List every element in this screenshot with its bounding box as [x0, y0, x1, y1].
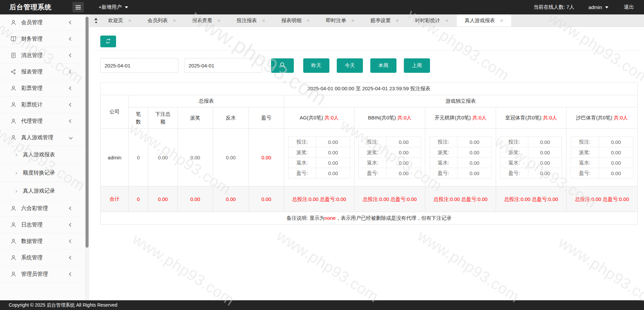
chevron-left-icon: [69, 119, 72, 123]
game-detail-cell: 投注:0.00 派奖:0.00 返水:0.00 盈亏:0.00: [496, 129, 567, 187]
share-icon: [10, 68, 17, 75]
date-from-input[interactable]: [100, 58, 178, 73]
close-icon[interactable]: ×: [128, 18, 131, 23]
game-column-header: 皇冠体育(共0笔) 共:0人: [496, 107, 567, 129]
table-group-header-row: 公司 总报表 游戏独立报表: [101, 95, 638, 107]
refresh-button[interactable]: [100, 36, 116, 47]
chevron-left-icon: [69, 256, 72, 259]
chevron-left-icon: [69, 272, 72, 276]
summary-game-cell: 总投注:0.00 总盈亏:0.00: [355, 187, 425, 212]
filter-toolbar: 昨天 今天 本周 上周: [100, 58, 644, 73]
user-icon: [10, 101, 17, 108]
user-icon: [10, 134, 17, 141]
sidebar-item-lottery-stats[interactable]: 彩票统计: [0, 97, 85, 113]
sidebar-subitem-live-game-records[interactable]: 真人游戏记录: [0, 182, 85, 200]
username-label: admin: [588, 4, 602, 10]
profit-header: 盈亏: [249, 107, 284, 129]
main-area: 欢迎页× 会员列表× 报表查看× 投注报表× 报表明细× 即时注单× 赔率设置×…: [89, 14, 644, 300]
tab-odds-settings[interactable]: 赔率设置×: [363, 14, 407, 27]
rebate-header: 反水: [213, 107, 249, 129]
chevron-left-icon: [69, 53, 72, 57]
table-caption-row: 2025-04-01 00:00:00 至 2025-04-01 23:59:5…: [101, 83, 638, 95]
close-icon[interactable]: ×: [307, 18, 310, 23]
tab-live-bets[interactable]: 即时注单×: [318, 14, 363, 27]
sidebar-item-lottery-mgmt[interactable]: 彩票管理: [0, 80, 85, 97]
game-detail-cell: 投注:0.00 派奖:0.00 返水:0.00 盈亏:0.00: [425, 129, 496, 187]
sidebar-item-agent-mgmt[interactable]: 代理管理: [0, 113, 85, 130]
bet-report-table: 2025-04-01 00:00:00 至 2025-04-01 23:59:5…: [100, 82, 638, 225]
chevron-left-icon: [69, 70, 72, 73]
game-column-header: 开元棋牌(共0笔) 共:0人: [425, 107, 496, 129]
tab-member-list[interactable]: 会员列表×: [140, 14, 184, 27]
player-count-badge: 共:0人: [543, 115, 557, 120]
user-menu-dropdown[interactable]: admin: [588, 4, 608, 10]
hamburger-menu-button[interactable]: [72, 2, 84, 12]
report-caption: 2025-04-01 00:00:00 至 2025-04-01 23:59:5…: [101, 83, 638, 95]
app-title: 后台管理系统: [9, 3, 52, 12]
sidebar-item-message-mgmt[interactable]: 消息管理: [0, 47, 85, 64]
summary-amount-cell: 0.00: [148, 187, 178, 212]
sidebar-subitem-live-game-report[interactable]: 真人游戏报表: [0, 146, 85, 164]
top-bar: 后台管理系统 +新增用户 当前在线人数: 7人 admin 退出: [0, 0, 644, 14]
bets-count-cell: 0: [129, 129, 148, 187]
close-icon[interactable]: ×: [396, 18, 399, 23]
company-cell: admin: [101, 129, 129, 187]
online-count-label: 当前在线人数: 7人: [533, 4, 574, 10]
tab-ssc-stats[interactable]: 时时彩统计×: [407, 14, 457, 27]
sidebar-item-admin-mgmt[interactable]: 管理员管理: [0, 266, 85, 282]
caret-down-icon: [605, 6, 608, 8]
total-report-group-header: 总报表: [129, 95, 284, 107]
summary-bets-cell: 0: [129, 187, 148, 212]
sidebar-item-system-mgmt[interactable]: 系统管理: [0, 250, 85, 266]
sidebar-item-report-mgmt[interactable]: 报表管理: [0, 64, 85, 80]
add-user-dropdown[interactable]: +新增用户: [99, 4, 128, 10]
chevron-right-icon: [14, 153, 17, 156]
user-icon: [10, 271, 17, 277]
summary-game-cell: 总投注:0.00 总盈亏:0.00: [425, 187, 496, 212]
sidebar-item-live-game-mgmt[interactable]: 真人游戏管理: [0, 130, 85, 146]
player-count-badge: 共:0人: [397, 115, 412, 120]
tab-bet-report[interactable]: 投注报表×: [229, 14, 273, 27]
sidebar-item-member-mgmt[interactable]: 会员管理: [0, 14, 85, 31]
tab-report-view[interactable]: 报表查看×: [184, 14, 229, 27]
close-icon[interactable]: ×: [173, 18, 176, 23]
this-week-button[interactable]: 本周: [370, 58, 396, 73]
company-column-header: 公司: [101, 95, 129, 129]
user-icon: [10, 254, 17, 261]
today-button[interactable]: 今天: [337, 58, 363, 73]
game-report-group-header: 游戏独立报表: [284, 95, 638, 107]
chevron-down-icon: [69, 136, 72, 139]
game-detail-cell: 投注:0.00 派奖:0.00 返水:0.00 盈亏:0.00: [567, 129, 638, 187]
chevron-right-icon: [14, 190, 17, 192]
user-icon: [10, 238, 17, 245]
tab-scroll-control[interactable]: [92, 14, 100, 27]
sidebar-item-data-mgmt[interactable]: 数据管理: [0, 233, 85, 250]
logout-button[interactable]: 退出: [624, 4, 634, 10]
payout-header: 派奖: [178, 107, 213, 129]
yesterday-button[interactable]: 昨天: [303, 58, 329, 73]
tab-bar: 欢迎页× 会员列表× 报表查看× 投注报表× 报表明细× 即时注单× 赔率设置×…: [89, 14, 644, 27]
date-to-input[interactable]: [184, 58, 262, 73]
close-icon[interactable]: ×: [500, 18, 503, 23]
game-column-header: 沙巴体育(共0笔) 共:0人: [567, 107, 638, 129]
close-icon[interactable]: ×: [445, 18, 449, 23]
game-detail-table: 投注:0.00 派奖:0.00 返水:0.00 盈亏:0.00: [288, 137, 350, 178]
sidebar-subitem-quota-transfer-records[interactable]: 额度转换记录: [0, 164, 85, 182]
tab-welcome[interactable]: 欢迎页×: [100, 14, 140, 27]
search-button[interactable]: [271, 58, 294, 73]
close-icon[interactable]: ×: [217, 18, 221, 23]
note-highlight: none: [325, 215, 336, 221]
sidebar-item-log-mgmt[interactable]: 日志管理: [0, 217, 85, 233]
last-week-button[interactable]: 上周: [404, 58, 430, 73]
user-icon: [10, 221, 17, 228]
tab-live-game-report[interactable]: 真人游戏报表×: [457, 14, 512, 27]
close-icon[interactable]: ×: [351, 18, 355, 23]
sidebar-item-mark-six-mgmt[interactable]: 六合彩管理: [0, 200, 85, 217]
caret-down-icon: [125, 6, 128, 8]
sidebar: 会员管理 财务管理 消息管理 报表管理 彩票管理 彩票统计 代理管理 真人游戏管…: [0, 14, 85, 300]
tab-report-detail[interactable]: 报表明细×: [273, 14, 318, 27]
close-icon[interactable]: ×: [262, 18, 265, 23]
chevron-left-icon: [69, 223, 72, 226]
sidebar-item-finance-mgmt[interactable]: 财务管理: [0, 31, 85, 47]
sidebar-scrollbar-thumb[interactable]: [86, 17, 89, 248]
